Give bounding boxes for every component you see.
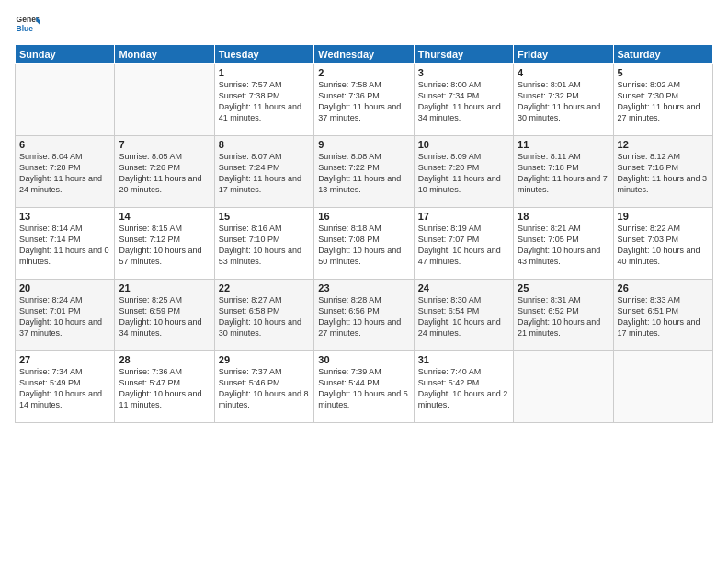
day-info: Sunrise: 8:18 AM Sunset: 7:08 PM Dayligh… [318,223,409,268]
calendar-cell: 16Sunrise: 8:18 AM Sunset: 7:08 PM Dayli… [314,208,414,280]
day-number: 7 [119,139,210,150]
day-number: 13 [19,211,110,222]
day-number: 20 [19,282,110,293]
day-number: 23 [318,282,409,293]
day-info: Sunrise: 8:22 AM Sunset: 7:03 PM Dayligh… [618,223,709,268]
day-number: 30 [318,354,409,365]
day-number: 10 [418,139,509,150]
calendar-cell: 17Sunrise: 8:19 AM Sunset: 7:07 PM Dayli… [414,208,513,280]
calendar-cell: 26Sunrise: 8:33 AM Sunset: 6:51 PM Dayli… [613,280,712,351]
calendar-cell: 19Sunrise: 8:22 AM Sunset: 7:03 PM Dayli… [613,208,712,280]
calendar-cell: 8Sunrise: 8:07 AM Sunset: 7:24 PM Daylig… [214,136,313,208]
day-number: 14 [119,211,210,222]
calendar-cell: 31Sunrise: 7:40 AM Sunset: 5:42 PM Dayli… [414,351,513,423]
calendar-cell: 4Sunrise: 8:01 AM Sunset: 7:32 PM Daylig… [514,64,613,136]
calendar-cell [16,64,115,136]
day-number: 22 [219,282,310,293]
calendar-cell: 18Sunrise: 8:21 AM Sunset: 7:05 PM Dayli… [514,208,613,280]
calendar: SundayMondayTuesdayWednesdayThursdayFrid… [15,44,713,423]
day-number: 27 [19,354,110,365]
calendar-cell: 15Sunrise: 8:16 AM Sunset: 7:10 PM Dayli… [214,208,313,280]
calendar-cell: 29Sunrise: 7:37 AM Sunset: 5:46 PM Dayli… [214,351,313,423]
day-info: Sunrise: 8:27 AM Sunset: 6:58 PM Dayligh… [219,294,310,339]
day-info: Sunrise: 8:21 AM Sunset: 7:05 PM Dayligh… [518,223,609,268]
day-number: 25 [518,282,609,293]
calendar-cell [514,351,613,423]
calendar-cell: 28Sunrise: 7:36 AM Sunset: 5:47 PM Dayli… [115,351,214,423]
day-header-thursday: Thursday [414,45,513,64]
calendar-cell: 6Sunrise: 8:04 AM Sunset: 7:28 PM Daylig… [16,136,115,208]
day-info: Sunrise: 7:37 AM Sunset: 5:46 PM Dayligh… [219,366,310,411]
calendar-cell: 21Sunrise: 8:25 AM Sunset: 6:59 PM Dayli… [115,280,214,351]
day-header-tuesday: Tuesday [214,45,313,64]
calendar-cell: 20Sunrise: 8:24 AM Sunset: 7:01 PM Dayli… [16,280,115,351]
day-number: 29 [219,354,310,365]
svg-text:Blue: Blue [17,24,34,33]
calendar-week-5: 27Sunrise: 7:34 AM Sunset: 5:49 PM Dayli… [16,351,713,423]
day-info: Sunrise: 7:57 AM Sunset: 7:38 PM Dayligh… [219,79,310,124]
day-number: 3 [418,67,509,78]
calendar-cell: 22Sunrise: 8:27 AM Sunset: 6:58 PM Dayli… [214,280,313,351]
day-number: 6 [19,139,110,150]
day-number: 2 [318,67,409,78]
day-info: Sunrise: 7:36 AM Sunset: 5:47 PM Dayligh… [119,366,210,411]
day-info: Sunrise: 8:12 AM Sunset: 7:16 PM Dayligh… [618,151,709,196]
day-info: Sunrise: 8:08 AM Sunset: 7:22 PM Dayligh… [318,151,409,196]
day-info: Sunrise: 8:28 AM Sunset: 6:56 PM Dayligh… [318,294,409,339]
calendar-cell: 11Sunrise: 8:11 AM Sunset: 7:18 PM Dayli… [514,136,613,208]
day-header-saturday: Saturday [613,45,712,64]
calendar-week-4: 20Sunrise: 8:24 AM Sunset: 7:01 PM Dayli… [16,280,713,351]
calendar-week-1: 1Sunrise: 7:57 AM Sunset: 7:38 PM Daylig… [16,64,713,136]
calendar-week-3: 13Sunrise: 8:14 AM Sunset: 7:14 PM Dayli… [16,208,713,280]
day-number: 5 [618,67,709,78]
calendar-cell: 10Sunrise: 8:09 AM Sunset: 7:20 PM Dayli… [414,136,513,208]
day-info: Sunrise: 8:07 AM Sunset: 7:24 PM Dayligh… [219,151,310,196]
day-number: 18 [518,211,609,222]
day-number: 8 [219,139,310,150]
day-header-friday: Friday [514,45,613,64]
calendar-cell: 13Sunrise: 8:14 AM Sunset: 7:14 PM Dayli… [16,208,115,280]
day-info: Sunrise: 8:00 AM Sunset: 7:34 PM Dayligh… [418,79,509,124]
day-number: 4 [518,67,609,78]
day-number: 16 [318,211,409,222]
calendar-cell: 30Sunrise: 7:39 AM Sunset: 5:44 PM Dayli… [314,351,414,423]
day-number: 28 [119,354,210,365]
day-number: 9 [318,139,409,150]
calendar-cell: 23Sunrise: 8:28 AM Sunset: 6:56 PM Dayli… [314,280,414,351]
calendar-cell: 7Sunrise: 8:05 AM Sunset: 7:26 PM Daylig… [115,136,214,208]
day-number: 1 [219,67,310,78]
day-info: Sunrise: 8:30 AM Sunset: 6:54 PM Dayligh… [418,294,509,339]
day-info: Sunrise: 7:34 AM Sunset: 5:49 PM Dayligh… [19,366,110,411]
day-info: Sunrise: 8:19 AM Sunset: 7:07 PM Dayligh… [418,223,509,268]
calendar-cell [115,64,214,136]
calendar-cell: 14Sunrise: 8:15 AM Sunset: 7:12 PM Dayli… [115,208,214,280]
day-number: 11 [518,139,609,150]
day-number: 24 [418,282,509,293]
day-info: Sunrise: 8:14 AM Sunset: 7:14 PM Dayligh… [19,223,110,268]
day-number: 21 [119,282,210,293]
day-header-sunday: Sunday [16,45,115,64]
day-info: Sunrise: 8:15 AM Sunset: 7:12 PM Dayligh… [119,223,210,268]
day-info: Sunrise: 7:40 AM Sunset: 5:42 PM Dayligh… [418,366,509,411]
day-info: Sunrise: 8:05 AM Sunset: 7:26 PM Dayligh… [119,151,210,196]
day-info: Sunrise: 8:25 AM Sunset: 6:59 PM Dayligh… [119,294,210,339]
day-info: Sunrise: 8:02 AM Sunset: 7:30 PM Dayligh… [618,79,709,124]
day-number: 19 [618,211,709,222]
calendar-week-2: 6Sunrise: 8:04 AM Sunset: 7:28 PM Daylig… [16,136,713,208]
calendar-cell: 2Sunrise: 7:58 AM Sunset: 7:36 PM Daylig… [314,64,414,136]
day-info: Sunrise: 8:01 AM Sunset: 7:32 PM Dayligh… [518,79,609,124]
calendar-cell: 27Sunrise: 7:34 AM Sunset: 5:49 PM Dayli… [16,351,115,423]
day-info: Sunrise: 8:04 AM Sunset: 7:28 PM Dayligh… [19,151,110,196]
day-number: 31 [418,354,509,365]
day-header-monday: Monday [115,45,214,64]
day-number: 17 [418,211,509,222]
calendar-cell: 1Sunrise: 7:57 AM Sunset: 7:38 PM Daylig… [214,64,313,136]
day-info: Sunrise: 8:31 AM Sunset: 6:52 PM Dayligh… [518,294,609,339]
calendar-cell: 25Sunrise: 8:31 AM Sunset: 6:52 PM Dayli… [514,280,613,351]
calendar-cell: 12Sunrise: 8:12 AM Sunset: 7:16 PM Dayli… [613,136,712,208]
day-number: 12 [618,139,709,150]
calendar-cell: 5Sunrise: 8:02 AM Sunset: 7:30 PM Daylig… [613,64,712,136]
day-number: 15 [219,211,310,222]
calendar-body: 1Sunrise: 7:57 AM Sunset: 7:38 PM Daylig… [16,64,713,423]
calendar-cell: 3Sunrise: 8:00 AM Sunset: 7:34 PM Daylig… [414,64,513,136]
